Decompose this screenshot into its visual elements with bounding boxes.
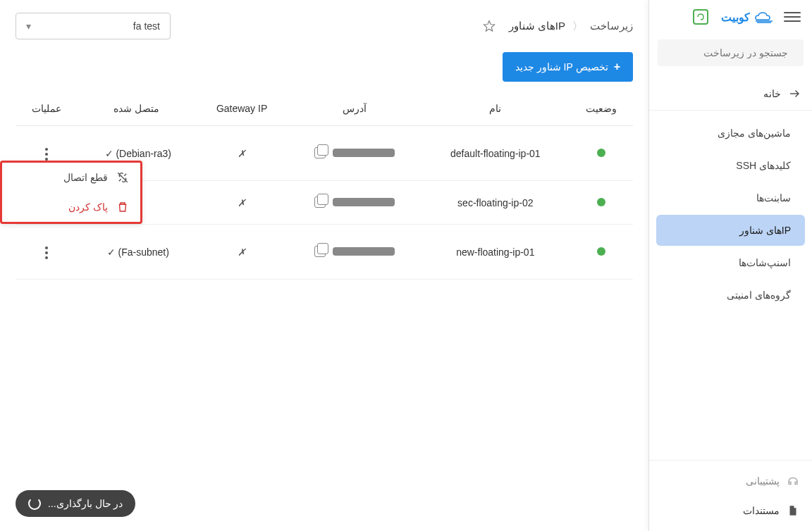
th-ops: عملیات bbox=[16, 92, 78, 126]
nav-item-security-groups[interactable]: گروه‌های امنیتی bbox=[656, 280, 805, 311]
plus-icon: + bbox=[614, 61, 620, 73]
sidebar: کوبیت خانه ماشین‌های مجازی کلیدهای SSH س… bbox=[648, 0, 812, 531]
nav-home-label: خانه bbox=[763, 88, 781, 99]
row-actions-menu[interactable] bbox=[41, 242, 52, 263]
copy-icon[interactable] bbox=[314, 246, 326, 257]
star-icon[interactable] bbox=[482, 19, 496, 33]
nav-items: ماشین‌های مجازی کلیدهای SSH سابنت‌ها IPه… bbox=[649, 111, 812, 460]
sidebar-header: کوبیت bbox=[649, 0, 812, 34]
address-redacted bbox=[333, 149, 395, 157]
popup-delete[interactable]: پاک کردن bbox=[2, 192, 140, 222]
th-status: وضعیت bbox=[569, 92, 633, 126]
row-actions-popup: قطع اتصال پاک کردن bbox=[0, 161, 142, 224]
check-icon: ✓ bbox=[107, 246, 116, 258]
brand-logo[interactable]: کوبیت bbox=[721, 10, 775, 24]
table-row: new-floating-ip-01 ✗ ✓ (Fa-subnet) bbox=[16, 225, 633, 280]
breadcrumb-root[interactable]: زیرساخت bbox=[590, 20, 633, 32]
cell-gateway: ✗ bbox=[196, 126, 288, 181]
cell-gateway: ✗ bbox=[196, 225, 288, 280]
cell-name: sec-floating-ip-02 bbox=[422, 181, 569, 225]
new-floating-ip-button[interactable]: + تخصیص IP شناور جدید bbox=[503, 52, 633, 82]
hamburger-menu-icon[interactable] bbox=[784, 8, 801, 25]
headset-icon bbox=[787, 475, 799, 487]
chevron-left-icon: 〈 bbox=[572, 20, 583, 33]
brand-name: کوبیت bbox=[721, 11, 750, 24]
th-address: آدرس bbox=[288, 92, 422, 126]
nav-item-vms[interactable]: ماشین‌های مجازی bbox=[656, 118, 805, 149]
partner-logo-icon bbox=[693, 9, 708, 25]
cell-gateway: ✗ bbox=[196, 181, 288, 225]
th-name: نام bbox=[422, 92, 569, 126]
footer-support[interactable]: پشتیبانی bbox=[649, 466, 812, 496]
caret-down-icon: ▾ bbox=[26, 20, 31, 32]
address-redacted bbox=[333, 247, 395, 256]
nav-item-snapshots[interactable]: اسنپ‌شات‌ها bbox=[656, 247, 805, 278]
project-select[interactable]: ▾ fa test bbox=[16, 13, 171, 39]
topbar: زیرساخت 〈 IPهای شناور ▾ fa test bbox=[0, 0, 648, 52]
sidebar-search[interactable] bbox=[658, 39, 804, 66]
document-icon bbox=[787, 504, 799, 517]
nav-item-floating-ips[interactable]: IPهای شناور bbox=[656, 215, 805, 246]
main-content: زیرساخت 〈 IPهای شناور ▾ fa test + تخصیص … bbox=[0, 0, 648, 531]
cell-name: new-floating-ip-01 bbox=[422, 225, 569, 280]
check-icon: ✓ bbox=[105, 148, 113, 159]
status-dot bbox=[597, 247, 605, 256]
project-selected-label: fa test bbox=[133, 20, 160, 32]
trash-icon bbox=[116, 201, 129, 213]
loading-toast: در حال بارگذاری... bbox=[16, 490, 135, 517]
actionbar: + تخصیص IP شناور جدید bbox=[0, 52, 648, 92]
th-connected: متصل شده bbox=[78, 92, 196, 126]
arrow-right-icon bbox=[788, 87, 801, 100]
nav-item-ssh-keys[interactable]: کلیدهای SSH bbox=[656, 150, 805, 181]
table-wrap: وضعیت نام آدرس Gateway IP متصل شده عملیا… bbox=[0, 92, 648, 280]
nav-home[interactable]: خانه bbox=[649, 77, 812, 111]
status-dot bbox=[597, 149, 605, 157]
copy-icon[interactable] bbox=[314, 196, 326, 208]
popup-disconnect[interactable]: قطع اتصال bbox=[2, 163, 140, 192]
cell-connected: ✓ (Fa-subnet) bbox=[78, 225, 196, 280]
address-redacted bbox=[333, 198, 395, 206]
table-header-row: وضعیت نام آدرس Gateway IP متصل شده عملیا… bbox=[16, 92, 633, 126]
spinner-icon bbox=[28, 497, 41, 510]
breadcrumb: زیرساخت 〈 IPهای شناور bbox=[482, 19, 633, 33]
cloud-icon bbox=[754, 10, 775, 24]
breadcrumb-current: IPهای شناور bbox=[509, 20, 565, 32]
sidebar-footer: پشتیبانی مستندات bbox=[649, 460, 812, 531]
cell-name: default-floating-ip-01 bbox=[422, 126, 569, 181]
search-input[interactable] bbox=[665, 47, 788, 58]
footer-docs[interactable]: مستندات bbox=[649, 496, 812, 525]
unlink-icon bbox=[116, 171, 129, 184]
copy-icon[interactable] bbox=[314, 147, 326, 158]
th-gateway: Gateway IP bbox=[196, 92, 288, 126]
status-dot bbox=[597, 198, 605, 206]
nav-item-subnets[interactable]: سابنت‌ها bbox=[656, 182, 805, 213]
